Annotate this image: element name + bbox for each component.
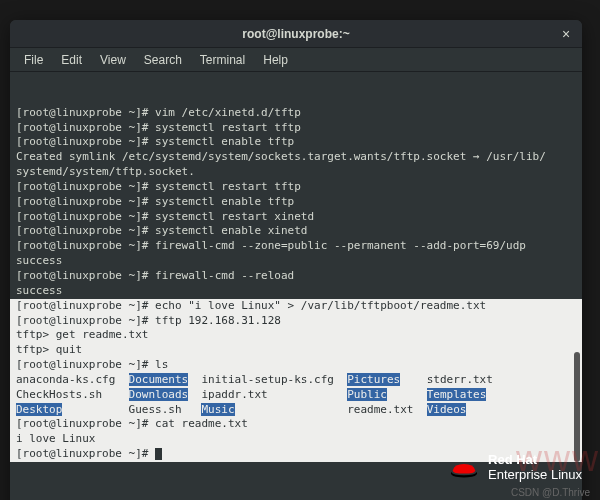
menu-view[interactable]: View xyxy=(92,51,134,69)
ls-dir: Public xyxy=(347,388,387,401)
ls-dir: Downloads xyxy=(129,388,189,401)
ls-file: ipaddr.txt xyxy=(201,388,267,401)
titlebar[interactable]: root@linuxprobe:~ × xyxy=(10,20,582,48)
menubar: File Edit View Search Terminal Help xyxy=(10,48,582,72)
redhat-branding: Red Hat Enterprise Linux xyxy=(448,453,582,482)
ls-dir: Pictures xyxy=(347,373,400,386)
terminal-output-dark: [root@linuxprobe ~]# vim /etc/xinetd.d/t… xyxy=(16,106,576,299)
redhat-icon xyxy=(448,456,480,480)
ls-dir: Videos xyxy=(427,403,467,416)
ls-file: Guess.sh xyxy=(129,403,182,416)
ls-file: stderr.txt xyxy=(427,373,493,386)
csdn-attribution: CSDN @D.Thrive xyxy=(511,487,590,498)
ls-file: CheckHosts.sh xyxy=(16,388,102,401)
menu-terminal[interactable]: Terminal xyxy=(192,51,253,69)
ls-dir: Desktop xyxy=(16,403,62,416)
menu-search[interactable]: Search xyxy=(136,51,190,69)
ls-dir: Documents xyxy=(129,373,189,386)
ls-dir: Music xyxy=(201,403,234,416)
terminal-window: root@linuxprobe:~ × File Edit View Searc… xyxy=(10,20,582,500)
ls-file: initial-setup-ks.cfg xyxy=(201,373,333,386)
window-title: root@linuxprobe:~ xyxy=(242,27,349,41)
terminal-output-light: [root@linuxprobe ~]# echo "i love Linux"… xyxy=(10,299,582,462)
redhat-subtitle: Enterprise Linux xyxy=(488,468,582,482)
menu-file[interactable]: File xyxy=(16,51,51,69)
terminal-viewport[interactable]: [root@linuxprobe ~]# vim /etc/xinetd.d/t… xyxy=(10,72,582,500)
ls-file: readme.txt xyxy=(347,403,413,416)
close-icon[interactable]: × xyxy=(558,26,574,42)
menu-edit[interactable]: Edit xyxy=(53,51,90,69)
menu-help[interactable]: Help xyxy=(255,51,296,69)
ls-dir: Templates xyxy=(427,388,487,401)
cursor-icon xyxy=(155,448,162,460)
redhat-title: Red Hat xyxy=(488,453,582,467)
ls-file: anaconda-ks.cfg xyxy=(16,373,115,386)
